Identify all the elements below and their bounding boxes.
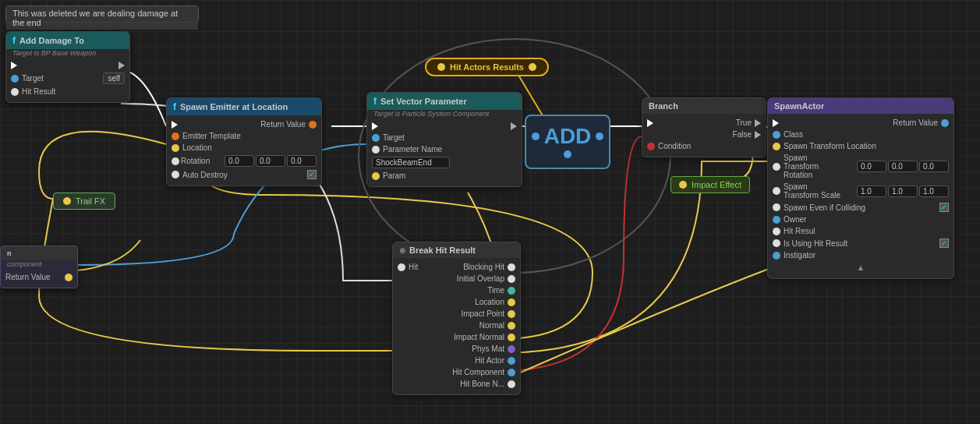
function-icon3: f xyxy=(373,96,377,107)
exec-out-pin[interactable] xyxy=(119,62,125,69)
auto-destroy-checkbox[interactable]: ✓ xyxy=(307,170,317,179)
exec-in-pin[interactable] xyxy=(11,62,17,69)
impact-effect-node[interactable]: Impact Effect xyxy=(670,176,750,193)
sv-param-name-pin[interactable] xyxy=(372,146,380,154)
branch-true-pin[interactable] xyxy=(755,119,761,127)
set-vector-header: f Set Vector Parameter xyxy=(367,93,522,110)
add-out-pin[interactable] xyxy=(596,132,603,140)
blueprint-canvas[interactable]: This was deleted we are dealing damage a… xyxy=(0,0,980,424)
target-pin[interactable] xyxy=(11,75,19,83)
add-in-pin-1[interactable] xyxy=(532,132,540,140)
break-hit-header: ⊕ Break Hit Result xyxy=(393,242,520,258)
hit-resul-pin[interactable] xyxy=(773,228,780,235)
spawn-emitter-node[interactable]: f Spawn Emitter at Location Return Value… xyxy=(166,97,322,186)
function-icon2: f xyxy=(173,101,176,112)
spawn-actor-node[interactable]: SpawnActor Return Value Class Spawn Tran… xyxy=(767,97,954,279)
trail-fx-node[interactable]: Trail FX xyxy=(53,193,115,210)
hit-component-pin[interactable] xyxy=(508,369,515,376)
spawn-rot-pin[interactable] xyxy=(773,163,780,171)
instigator-pin[interactable] xyxy=(773,252,780,260)
impact-effect-pin[interactable] xyxy=(679,181,687,189)
sscale-z[interactable] xyxy=(919,186,949,197)
set-vector-exec-out[interactable] xyxy=(511,122,517,130)
rot-x-input[interactable] xyxy=(225,155,254,167)
hit-actors-in-pin[interactable] xyxy=(529,63,536,71)
owner-pin[interactable] xyxy=(773,216,780,224)
hit-actors-out-pin[interactable] xyxy=(437,63,445,71)
spawn-actor-return[interactable] xyxy=(941,119,949,127)
spawn-emitter-header: f Spawn Emitter at Location xyxy=(167,98,321,115)
rot-z-input[interactable] xyxy=(287,155,317,167)
location-pin[interactable] xyxy=(172,144,179,152)
trail-fx-pin[interactable] xyxy=(63,197,71,205)
sv-target-pin[interactable] xyxy=(372,134,380,142)
impact-point-pin[interactable] xyxy=(508,310,515,318)
srot-z[interactable] xyxy=(919,161,949,172)
condition-pin[interactable] xyxy=(647,143,655,150)
branch-node[interactable]: Branch True False Condition xyxy=(642,97,766,157)
sscale-x[interactable] xyxy=(857,186,886,197)
spawn-scale-pin[interactable] xyxy=(773,187,780,195)
spawn-return-pin[interactable] xyxy=(309,121,317,129)
srot-y[interactable] xyxy=(888,161,918,172)
spawn-exec-in[interactable] xyxy=(172,121,178,129)
is-using-hit-pin[interactable] xyxy=(773,239,780,247)
hit-actors-results-node[interactable]: Hit Actors Results xyxy=(425,58,549,76)
time-pin[interactable] xyxy=(508,287,515,295)
hit-bone-pin[interactable] xyxy=(508,380,515,388)
function-icon: f xyxy=(12,35,16,46)
sscale-y[interactable] xyxy=(888,186,918,197)
srot-x[interactable] xyxy=(857,161,886,172)
is-using-hit-check[interactable]: ✓ xyxy=(939,238,949,248)
rotation-pin[interactable] xyxy=(172,157,179,165)
branch-exec-in[interactable] xyxy=(647,119,653,127)
emitter-template-pin[interactable] xyxy=(172,132,179,140)
break-icon: ⊕ xyxy=(399,246,405,255)
hit-in-pin[interactable] xyxy=(398,263,405,271)
spawn-actor-exec-in[interactable] xyxy=(773,119,779,127)
phys-mat-pin[interactable] xyxy=(508,345,515,353)
add-in-pin-2[interactable] xyxy=(564,150,571,158)
spawn-loc-pin[interactable] xyxy=(773,143,780,150)
branch-false-pin[interactable] xyxy=(755,131,761,139)
component-node[interactable]: n component Return Value xyxy=(0,246,78,288)
spawn-actor-header: SpawnActor xyxy=(768,98,953,114)
set-vector-exec-in[interactable] xyxy=(372,122,378,130)
hit-actor-pin[interactable] xyxy=(508,357,515,365)
blocking-hit-pin[interactable] xyxy=(508,263,515,271)
add-damage-to-node[interactable]: f Add Damage To Target is BP Base Weapon… xyxy=(5,31,130,103)
set-vector-param-node[interactable]: f Set Vector Parameter Target is Particl… xyxy=(366,92,522,187)
sv-param-pin[interactable] xyxy=(372,172,380,180)
hit-result-pin[interactable] xyxy=(11,88,19,96)
comment-node: This was deleted we are dealing damage a… xyxy=(5,5,199,23)
initial-overlap-pin[interactable] xyxy=(508,275,515,283)
branch-header: Branch xyxy=(642,98,766,114)
impact-normal-pin[interactable] xyxy=(508,334,515,341)
return-value-pin[interactable] xyxy=(65,274,73,281)
auto-destroy-pin[interactable] xyxy=(172,171,179,178)
rot-y-input[interactable] xyxy=(256,155,285,167)
normal-pin[interactable] xyxy=(508,322,515,330)
add-damage-to-header: f Add Damage To xyxy=(6,32,129,49)
bhr-location-pin[interactable] xyxy=(508,299,515,306)
break-hit-result-node[interactable]: ⊕ Break Hit Result Hit Blocking Hit Init… xyxy=(392,242,521,395)
param-name-input[interactable] xyxy=(372,157,450,168)
class-pin[interactable] xyxy=(773,131,780,139)
add-node[interactable]: ADD xyxy=(525,115,610,169)
spawn-collide-pin[interactable] xyxy=(773,203,780,211)
spawn-collide-check[interactable]: ✓ xyxy=(939,203,949,212)
